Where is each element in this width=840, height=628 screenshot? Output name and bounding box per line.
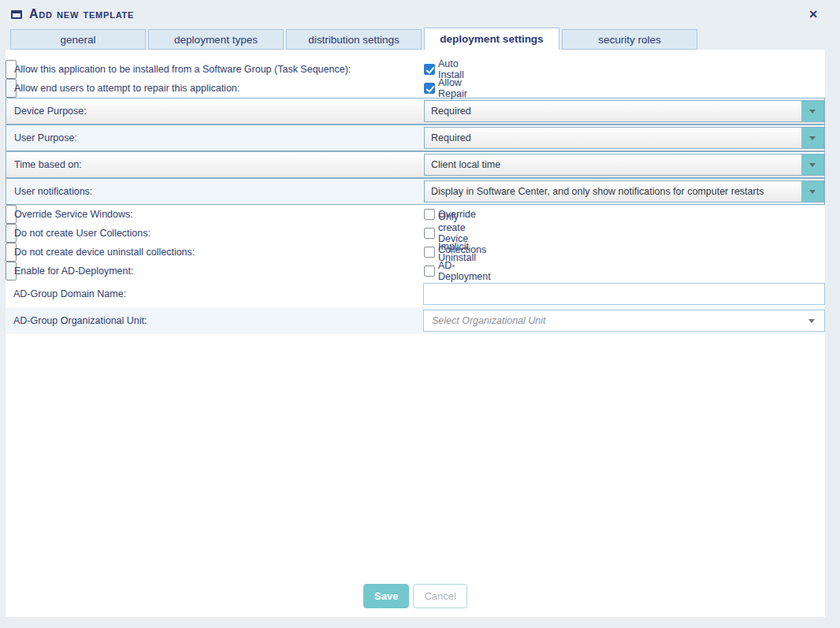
form-row: Do not create device uninstall collectio… — [6, 243, 17, 262]
window-icon — [11, 10, 22, 19]
tab-deployment-types[interactable]: deployment types — [148, 29, 284, 50]
form-row: Time based on:Client local time — [6, 151, 825, 178]
row-label: Do not create User Collections: — [6, 228, 424, 239]
row-checkbox[interactable] — [424, 266, 435, 277]
dropdown-input[interactable]: Display in Software Center, and only sho… — [424, 180, 824, 203]
close-icon[interactable]: ✕ — [808, 9, 829, 20]
dropdown-value: Required — [425, 132, 801, 143]
dialog-content: Allow this application to be installed f… — [6, 50, 825, 617]
footer-buttons: Save Cancel — [6, 584, 825, 608]
form-row: Allow this application to be installed f… — [6, 60, 17, 79]
chevron-down-icon[interactable] — [801, 128, 823, 148]
row-control: Client local time — [424, 154, 824, 176]
checkbox-label: Allow Repair — [438, 77, 467, 99]
row-label: User notifications: — [6, 186, 424, 197]
row-control: Select Organizational Unit — [423, 310, 825, 332]
row-checkbox[interactable] — [424, 228, 435, 239]
row-label: Time based on: — [6, 159, 424, 170]
checkbox-label: AD-Deployment — [438, 260, 491, 282]
row-control: Display in Software Center, and only sho… — [424, 180, 824, 203]
row-checkbox[interactable] — [424, 209, 435, 220]
row-label: Device Purpose: — [6, 106, 424, 117]
text-input[interactable] — [423, 283, 825, 305]
form-row: User Purpose:Required — [6, 124, 825, 151]
form-row: AD-Group Organizational Unit:Select Orga… — [6, 307, 825, 334]
tab-general[interactable]: general — [10, 29, 146, 50]
dialog-title: Add new template — [29, 7, 134, 21]
form-row: Enable for AD-Deployment:AD-Deployment — [6, 262, 17, 281]
row-checkbox[interactable] — [424, 247, 435, 258]
form-row: Do not create User Collections:Only crea… — [6, 224, 17, 243]
row-control: Required — [424, 127, 824, 149]
dropdown-input[interactable]: Required — [424, 127, 824, 149]
row-label: AD-Group Organizational Unit: — [6, 315, 423, 326]
form-row: Allow end users to attempt to repair thi… — [6, 79, 17, 98]
save-button[interactable]: Save — [363, 584, 409, 608]
row-label: Allow end users to attempt to repair thi… — [6, 83, 424, 94]
cancel-button[interactable]: Cancel — [413, 584, 466, 608]
tab-security-roles[interactable]: security roles — [562, 29, 697, 50]
dropdown-input[interactable]: Client local time — [424, 154, 824, 176]
row-label: Enable for AD-Deployment: — [6, 266, 424, 277]
chevron-down-icon[interactable] — [808, 319, 815, 323]
form-rows: Allow this application to be installed f… — [6, 50, 825, 334]
tab-bar: generaldeployment typesdistribution sett… — [10, 28, 697, 50]
row-label: User Purpose: — [6, 132, 424, 143]
row-label: AD-Group Domain Name: — [6, 288, 423, 299]
row-control — [423, 283, 825, 305]
row-label: Do not create device uninstall collectio… — [6, 247, 424, 258]
form-row: Device Purpose:Required — [6, 98, 825, 124]
row-checkbox[interactable] — [424, 83, 435, 94]
select-input[interactable]: Select Organizational Unit — [423, 310, 825, 332]
row-label: Override Service Windows: — [6, 209, 424, 220]
chevron-down-icon[interactable] — [801, 154, 823, 175]
dropdown-value: Client local time — [425, 159, 801, 170]
row-control: Required — [424, 100, 824, 122]
select-placeholder: Select Organizational Unit — [432, 315, 808, 326]
row-label: Allow this application to be installed f… — [6, 64, 424, 75]
tab-deployment-settings[interactable]: deployment settings — [424, 28, 559, 50]
tab-distribution-settings[interactable]: distribution settings — [286, 29, 422, 50]
chevron-down-icon[interactable] — [801, 181, 823, 202]
form-row: AD-Group Domain Name: — [6, 281, 825, 307]
dialog-header: Add new template ✕ — [0, 0, 840, 28]
form-row: User notifications:Display in Software C… — [6, 178, 825, 205]
dropdown-input[interactable]: Required — [424, 100, 824, 122]
row-checkbox[interactable] — [424, 64, 435, 75]
form-row: Override Service Windows:Override — [6, 205, 17, 224]
dropdown-value: Required — [425, 106, 801, 117]
dropdown-value: Display in Software Center, and only sho… — [425, 186, 801, 197]
chevron-down-icon[interactable] — [801, 101, 823, 121]
